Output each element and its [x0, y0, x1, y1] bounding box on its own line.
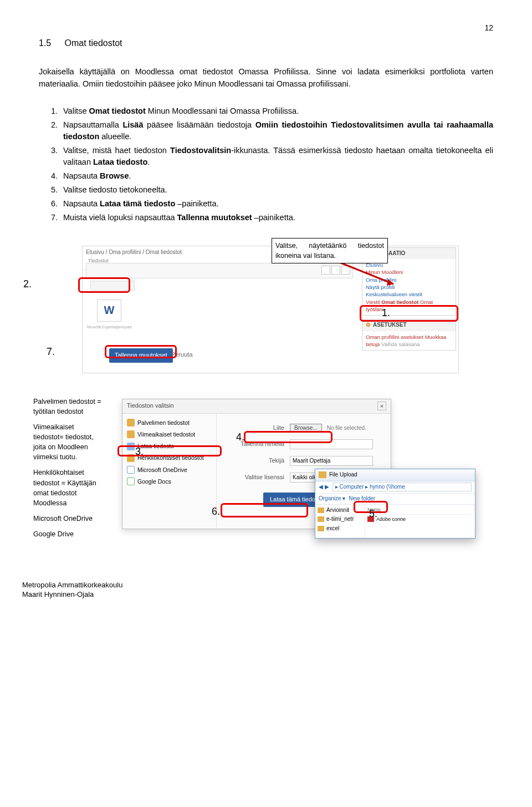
step7-c: –painiketta. [252, 213, 295, 222]
annotation-box-4 [244, 431, 332, 443]
author-input[interactable] [290, 456, 373, 466]
legend-googledrive: Google Drive [33, 529, 104, 539]
annotation-number-5: 5. [369, 506, 377, 521]
win-file-adobe-label: Adobe conne [376, 516, 406, 523]
view-icons-button[interactable] [321, 266, 330, 275]
page-footer: Metropolia Ammattikorkeakoulu Maarit Hyn… [22, 581, 122, 600]
windows-file-upload-dialog: File Upload ◀ ▶ ▸ Computer ▸ hynno (\\ho… [315, 469, 475, 539]
folder-icon [318, 507, 324, 513]
win-file-adobe[interactable]: Adobe conne [367, 516, 473, 523]
legend-column: Palvelimen tiedostot = työtilan tiedosto… [33, 397, 104, 545]
step4-a: Napsauta [63, 171, 100, 180]
win-folder-etiimi[interactable]: e-tiimi_netr [318, 515, 362, 524]
files-toolbar [86, 263, 353, 278]
annotation-number-3: 3. [135, 444, 144, 459]
win-address-bar[interactable]: ◀ ▶ ▸ Computer ▸ hynno (\\home [315, 481, 475, 494]
folder-icon [318, 516, 324, 522]
page-number: 12 [39, 22, 493, 33]
step3-d: Lataa tiedosto [93, 158, 147, 166]
step-6: Napsauta Lataa tämä tiedosto –painiketta… [60, 198, 493, 210]
settings-title: ASETUKSET [373, 321, 407, 329]
win-path[interactable]: ▸ Computer ▸ hynno (\\home [332, 483, 472, 491]
win-organize-button[interactable]: Organize ▾ [319, 495, 345, 503]
annotation-box-7 [105, 345, 177, 358]
footer-author: Maarit Hynninen-Ojala [22, 590, 122, 600]
onedrive-icon [127, 466, 135, 474]
annotation-number-1: 1. [382, 306, 390, 320]
googledocs-icon [127, 478, 135, 485]
step1-txt-c: Minun Moodlessani tai Omassa Profiilissa… [146, 106, 299, 115]
word-file-icon[interactable] [97, 300, 121, 322]
annotation-box-3 [117, 445, 222, 456]
repo-server-files[interactable]: Palvelimen tiedostot [125, 417, 214, 429]
step2-a: Napsauttamalla [63, 120, 122, 129]
step-1: Valitse Omat tiedostot Minun Moodlessani… [60, 105, 493, 117]
step-7: Muista vielä lopuksi napsauttaa Tallenna… [60, 212, 493, 224]
repo-recent-label: Viimeaikaiset tiedostot [137, 430, 195, 439]
svg-marker-1 [387, 279, 393, 286]
step-4: Napsauta Browse. [60, 170, 493, 182]
legend-palvelimen: Palvelimen tiedostot = työtilan tiedosto… [33, 397, 104, 417]
step6-c: –painiketta. [175, 199, 218, 208]
moodle-screenshot: Valitse, näytetäänkö tiedostot ikoneina … [39, 246, 493, 373]
intro-paragraph: Jokaisella käyttäjällä on Moodlessa omat… [39, 66, 493, 89]
no-file-selected: No file selected. [327, 425, 366, 431]
folder-icon [127, 419, 135, 427]
step2-b: Lisää [122, 120, 143, 129]
picker-header: Tiedoston valitsin × [122, 399, 391, 414]
legend-viimeaikaiset: Viimeaikaiset tiedostot= tiedostot, joit… [33, 422, 104, 463]
legend-onedrive: Microsoft OneDrive [33, 514, 104, 524]
nav-omat-tiedostot[interactable]: Omat tiedostot [381, 299, 418, 305]
steps-list: Valitse Omat tiedostot Minun Moodlessani… [39, 105, 493, 224]
repo-onedrive[interactable]: Microsoft OneDrive [125, 464, 214, 476]
moodle-page: Etusivu / Oma profiilini / Omat tiedosto… [82, 246, 459, 373]
step6-b: Lataa tämä tiedosto [100, 199, 175, 208]
win-titlebar: File Upload [315, 469, 475, 481]
breadcrumb[interactable]: Etusivu / Oma profiilini / Omat tiedosto… [86, 248, 182, 257]
close-icon[interactable]: × [377, 402, 386, 410]
svg-line-0 [338, 262, 393, 284]
annotation-box-6 [221, 503, 308, 517]
section-heading: 1.5 Omat tiedostot [39, 37, 493, 49]
step7-b: Tallenna muutokset [177, 213, 252, 222]
nav-viestit[interactable]: Viestit [366, 299, 380, 305]
folder-icon [318, 526, 324, 531]
callout-view-toggle: Valitse, näytetäänkö tiedostot ikoneina … [272, 238, 388, 263]
win-folder-a-label: Arvioinnit [326, 506, 349, 515]
win-folder-b-label: e-tiimi_netr [326, 515, 354, 524]
step3-a: Valitse, mistä haet tiedoston [63, 146, 170, 155]
section-number: 1.5 [39, 37, 62, 49]
repo-googledocs-label: Google Docs [137, 478, 171, 486]
gear-icon: ⚙ [366, 321, 371, 329]
step-5: Valitse tiedosto tietokoneelta. [60, 184, 493, 196]
annotation-box-1 [360, 305, 458, 322]
step-2: Napsauttamalla Lisää pääsee lisäämään ti… [60, 119, 493, 143]
repo-recent-files[interactable]: Viimeaikaiset tiedostot [125, 429, 214, 440]
word-file-label: Moodle2opettajanopas [87, 324, 132, 331]
picker-repo-list: Palvelimen tiedostot Viimeaikaiset tiedo… [122, 414, 217, 529]
step7-a: Muista vielä lopuksi napsauttaa [63, 213, 177, 222]
annotation-number-6: 6. [212, 504, 220, 519]
step4-b: Browse [100, 171, 129, 180]
repo-googledocs[interactable]: Google Docs [125, 476, 214, 488]
folder-icon [127, 430, 135, 438]
step2-e: alueelle. [99, 132, 131, 141]
legend-henkilokohtaiset: Henkilökohtaiset tiedostot = Käyttäjän o… [33, 468, 104, 508]
label-lisenssi: Valitse lisenssi [223, 473, 284, 482]
repo-onedrive-label: Microsoft OneDrive [137, 466, 187, 474]
settings-vaihda[interactable]: Vaihda salasana [381, 341, 420, 347]
step6-a: Napsauta [63, 199, 100, 208]
callout-arrow-icon [332, 259, 399, 292]
step2-c: pääsee lisäämään tiedostoja [143, 120, 255, 129]
win-title-text: File Upload [329, 471, 357, 479]
win-folder-c-label: excel [326, 525, 339, 533]
annotation-number-7: 7. [47, 344, 55, 359]
annotation-number-4: 4. [236, 430, 244, 444]
step-3: Valitse, mistä haet tiedoston Tiedostova… [60, 145, 493, 168]
repo-server-label: Palvelimen tiedostot [137, 419, 190, 427]
step4-c: . [129, 171, 131, 180]
folder-icon [319, 471, 326, 478]
win-folder-excel[interactable]: excel [318, 525, 362, 533]
label-tekija: Tekijä [223, 456, 284, 465]
settings-oman-profiilin[interactable]: Oman profiilini asetukset [366, 334, 423, 340]
